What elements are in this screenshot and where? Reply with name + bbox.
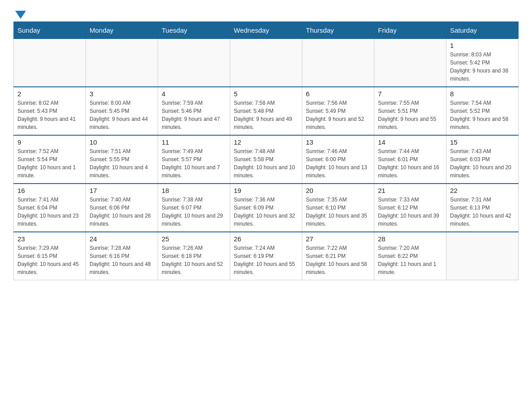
calendar-cell xyxy=(14,39,86,87)
calendar-week-row: 23Sunrise: 7:29 AMSunset: 6:15 PMDayligh… xyxy=(14,232,519,280)
calendar-cell: 27Sunrise: 7:22 AMSunset: 6:21 PMDayligh… xyxy=(302,232,374,280)
calendar-cell: 11Sunrise: 7:49 AMSunset: 5:57 PMDayligh… xyxy=(158,135,230,184)
calendar-cell: 20Sunrise: 7:35 AMSunset: 6:10 PMDayligh… xyxy=(302,184,374,232)
day-info: Sunrise: 7:46 AMSunset: 6:00 PMDaylight:… xyxy=(306,147,370,180)
day-number: 22 xyxy=(450,187,515,194)
weekday-header-row: SundayMondayTuesdayWednesdayThursdayFrid… xyxy=(14,22,519,39)
day-info: Sunrise: 7:59 AMSunset: 5:46 PMDaylight:… xyxy=(162,99,226,131)
calendar-cell: 15Sunrise: 7:43 AMSunset: 6:03 PMDayligh… xyxy=(446,135,519,184)
calendar-cell: 8Sunrise: 7:54 AMSunset: 5:52 PMDaylight… xyxy=(446,87,519,135)
weekday-header-saturday: Saturday xyxy=(446,22,519,39)
day-number: 28 xyxy=(378,235,442,243)
calendar-cell: 6Sunrise: 7:56 AMSunset: 5:49 PMDaylight… xyxy=(302,87,374,135)
calendar-cell: 4Sunrise: 7:59 AMSunset: 5:46 PMDaylight… xyxy=(158,87,230,135)
calendar-cell xyxy=(86,39,158,87)
calendar-cell: 26Sunrise: 7:24 AMSunset: 6:19 PMDayligh… xyxy=(230,232,302,280)
day-number: 18 xyxy=(162,187,226,194)
day-number: 19 xyxy=(234,187,298,194)
day-info: Sunrise: 8:02 AMSunset: 5:43 PMDaylight:… xyxy=(17,99,82,131)
calendar-cell: 13Sunrise: 7:46 AMSunset: 6:00 PMDayligh… xyxy=(302,135,374,184)
day-number: 4 xyxy=(162,90,226,98)
calendar-cell: 1Sunrise: 8:03 AMSunset: 5:42 PMDaylight… xyxy=(446,39,519,87)
day-info: Sunrise: 7:20 AMSunset: 6:22 PMDaylight:… xyxy=(378,244,442,276)
day-info: Sunrise: 7:40 AMSunset: 6:06 PMDaylight:… xyxy=(90,196,154,228)
calendar-week-row: 1Sunrise: 8:03 AMSunset: 5:42 PMDaylight… xyxy=(14,39,519,87)
calendar-cell: 18Sunrise: 7:38 AMSunset: 6:07 PMDayligh… xyxy=(158,184,230,232)
day-info: Sunrise: 7:26 AMSunset: 6:18 PMDaylight:… xyxy=(162,244,226,276)
calendar-cell xyxy=(158,39,230,87)
day-number: 8 xyxy=(450,90,515,98)
day-number: 23 xyxy=(17,235,82,243)
calendar-table: SundayMondayTuesdayWednesdayThursdayFrid… xyxy=(13,21,519,280)
day-info: Sunrise: 7:48 AMSunset: 5:58 PMDaylight:… xyxy=(234,147,298,180)
day-info: Sunrise: 7:33 AMSunset: 6:12 PMDaylight:… xyxy=(378,196,442,228)
logo-arrow-icon xyxy=(15,11,26,19)
calendar-cell: 25Sunrise: 7:26 AMSunset: 6:18 PMDayligh… xyxy=(158,232,230,280)
day-info: Sunrise: 7:54 AMSunset: 5:52 PMDaylight:… xyxy=(450,99,515,131)
day-info: Sunrise: 7:41 AMSunset: 6:04 PMDaylight:… xyxy=(17,196,82,228)
calendar-cell: 12Sunrise: 7:48 AMSunset: 5:58 PMDayligh… xyxy=(230,135,302,184)
logo xyxy=(13,9,26,17)
weekday-header-monday: Monday xyxy=(86,22,158,39)
calendar-cell: 9Sunrise: 7:52 AMSunset: 5:54 PMDaylight… xyxy=(14,135,86,184)
day-number: 11 xyxy=(162,138,226,146)
weekday-header-tuesday: Tuesday xyxy=(158,22,230,39)
calendar-week-row: 2Sunrise: 8:02 AMSunset: 5:43 PMDaylight… xyxy=(14,87,519,135)
calendar-cell: 3Sunrise: 8:00 AMSunset: 5:45 PMDaylight… xyxy=(86,87,158,135)
day-number: 3 xyxy=(90,90,154,98)
day-info: Sunrise: 7:29 AMSunset: 6:15 PMDaylight:… xyxy=(17,244,82,276)
day-info: Sunrise: 7:43 AMSunset: 6:03 PMDaylight:… xyxy=(450,147,515,180)
day-info: Sunrise: 7:38 AMSunset: 6:07 PMDaylight:… xyxy=(162,196,226,228)
day-info: Sunrise: 7:31 AMSunset: 6:13 PMDaylight:… xyxy=(450,196,515,228)
day-info: Sunrise: 7:49 AMSunset: 5:57 PMDaylight:… xyxy=(162,147,226,180)
day-number: 26 xyxy=(234,235,298,243)
calendar-cell: 23Sunrise: 7:29 AMSunset: 6:15 PMDayligh… xyxy=(14,232,86,280)
day-info: Sunrise: 7:56 AMSunset: 5:49 PMDaylight:… xyxy=(306,99,370,131)
day-info: Sunrise: 7:58 AMSunset: 5:48 PMDaylight:… xyxy=(234,99,298,131)
calendar-cell: 14Sunrise: 7:44 AMSunset: 6:01 PMDayligh… xyxy=(374,135,446,184)
day-info: Sunrise: 8:00 AMSunset: 5:45 PMDaylight:… xyxy=(90,99,154,131)
day-number: 2 xyxy=(17,90,82,98)
weekday-header-friday: Friday xyxy=(374,22,446,39)
day-info: Sunrise: 7:44 AMSunset: 6:01 PMDaylight:… xyxy=(378,147,442,180)
calendar-cell: 2Sunrise: 8:02 AMSunset: 5:43 PMDaylight… xyxy=(14,87,86,135)
calendar-cell xyxy=(446,232,519,280)
day-info: Sunrise: 7:52 AMSunset: 5:54 PMDaylight:… xyxy=(17,147,82,180)
day-number: 6 xyxy=(306,90,370,98)
day-number: 14 xyxy=(378,138,442,146)
calendar-cell xyxy=(302,39,374,87)
calendar-cell xyxy=(230,39,302,87)
calendar-week-row: 9Sunrise: 7:52 AMSunset: 5:54 PMDaylight… xyxy=(14,135,519,184)
day-info: Sunrise: 7:24 AMSunset: 6:19 PMDaylight:… xyxy=(234,244,298,276)
day-number: 13 xyxy=(306,138,370,146)
day-number: 27 xyxy=(306,235,370,243)
page-header xyxy=(13,9,519,17)
calendar-cell xyxy=(374,39,446,87)
weekday-header-thursday: Thursday xyxy=(302,22,374,39)
day-info: Sunrise: 7:51 AMSunset: 5:55 PMDaylight:… xyxy=(90,147,154,180)
calendar-cell: 5Sunrise: 7:58 AMSunset: 5:48 PMDaylight… xyxy=(230,87,302,135)
day-info: Sunrise: 7:35 AMSunset: 6:10 PMDaylight:… xyxy=(306,196,370,228)
day-number: 5 xyxy=(234,90,298,98)
day-info: Sunrise: 8:03 AMSunset: 5:42 PMDaylight:… xyxy=(450,51,515,83)
weekday-header-sunday: Sunday xyxy=(14,22,86,39)
calendar-cell: 21Sunrise: 7:33 AMSunset: 6:12 PMDayligh… xyxy=(374,184,446,232)
calendar-cell: 10Sunrise: 7:51 AMSunset: 5:55 PMDayligh… xyxy=(86,135,158,184)
calendar-cell: 28Sunrise: 7:20 AMSunset: 6:22 PMDayligh… xyxy=(374,232,446,280)
day-number: 7 xyxy=(378,90,442,98)
day-info: Sunrise: 7:36 AMSunset: 6:09 PMDaylight:… xyxy=(234,196,298,228)
calendar-cell: 19Sunrise: 7:36 AMSunset: 6:09 PMDayligh… xyxy=(230,184,302,232)
calendar-cell: 17Sunrise: 7:40 AMSunset: 6:06 PMDayligh… xyxy=(86,184,158,232)
day-number: 1 xyxy=(450,42,515,49)
day-number: 21 xyxy=(378,187,442,194)
day-number: 17 xyxy=(90,187,154,194)
calendar-cell: 16Sunrise: 7:41 AMSunset: 6:04 PMDayligh… xyxy=(14,184,86,232)
calendar-week-row: 16Sunrise: 7:41 AMSunset: 6:04 PMDayligh… xyxy=(14,184,519,232)
day-number: 16 xyxy=(17,187,82,194)
day-number: 12 xyxy=(234,138,298,146)
day-number: 25 xyxy=(162,235,226,243)
day-info: Sunrise: 7:55 AMSunset: 5:51 PMDaylight:… xyxy=(378,99,442,131)
day-info: Sunrise: 7:28 AMSunset: 6:16 PMDaylight:… xyxy=(90,244,154,276)
day-number: 15 xyxy=(450,138,515,146)
day-number: 24 xyxy=(90,235,154,243)
